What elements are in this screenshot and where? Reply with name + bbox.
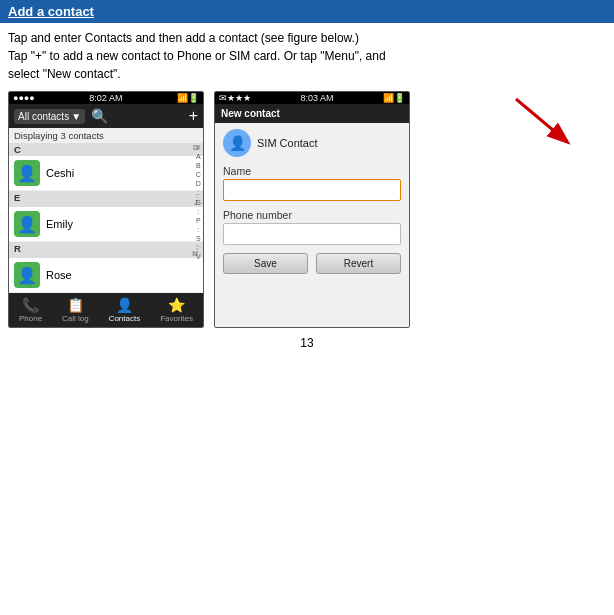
status-right-left-icons: ✉★★★ <box>219 93 251 103</box>
status-bar-left: ●●●● 8:02 AM 📶🔋 <box>9 92 203 104</box>
nav-calllog[interactable]: 📋 Call log <box>62 297 89 323</box>
contact-name-rose: Rose <box>46 269 198 281</box>
svg-line-1 <box>516 99 566 141</box>
all-contacts-dropdown[interactable]: All contacts ▼ <box>14 109 85 124</box>
screenshots-row: ●●●● 8:02 AM 📶🔋 All contacts ▼ 🔍 + Displ… <box>0 87 614 328</box>
body-line1: Tap and enter Contacts and then add a co… <box>8 31 359 45</box>
contacts-count: Displaying 3 contacts <box>9 128 203 143</box>
contacts-icon: 👤 <box>116 297 133 313</box>
status-right-icons: 📶🔋 <box>177 93 199 103</box>
name-input[interactable] <box>223 179 401 201</box>
nc-buttons: Save Revert <box>223 253 401 274</box>
page-title: Add a contact <box>8 4 94 19</box>
status-bar-right: ✉★★★ 8:03 AM 📶🔋 <box>215 92 409 104</box>
contact-ceshi[interactable]: 👤 Ceshi <box>9 156 203 191</box>
chevron-down-icon: ▼ <box>71 111 81 122</box>
contact-name-emily: Emily <box>46 218 198 230</box>
status-time-left: 8:02 AM <box>89 93 122 103</box>
section-c: C D <box>9 143 203 156</box>
body-line3: select "New contact". <box>8 67 121 81</box>
avatar-emily: 👤 <box>14 211 40 237</box>
contacts-screenshot: ●●●● 8:02 AM 📶🔋 All contacts ▼ 🔍 + Displ… <box>8 91 204 328</box>
phone-input[interactable] <box>223 223 401 245</box>
body-text: Tap and enter Contacts and then add a co… <box>0 23 614 87</box>
calllog-icon: 📋 <box>67 297 84 313</box>
status-left-icons: ●●●● <box>13 93 35 103</box>
sim-avatar-icon: 👤 <box>223 129 251 157</box>
add-contact-icon[interactable]: + <box>189 107 198 125</box>
sim-row: 👤 SIM Contact <box>223 129 401 157</box>
nav-phone-label: Phone <box>19 314 42 323</box>
nav-contacts[interactable]: 👤 Contacts <box>109 297 141 323</box>
nav-favorites[interactable]: ⭐ Favorites <box>160 297 193 323</box>
section-r: R :M <box>9 242 203 258</box>
revert-button[interactable]: Revert <box>316 253 401 274</box>
red-arrow <box>514 97 574 147</box>
bottom-nav: 📞 Phone 📋 Call log 👤 Contacts ⭐ Favorite… <box>9 293 203 327</box>
nav-favorites-label: Favorites <box>160 314 193 323</box>
section-e: E :J <box>9 191 203 207</box>
nav-phone[interactable]: 📞 Phone <box>19 297 42 323</box>
new-contact-screenshot: ✉★★★ 8:03 AM 📶🔋 New contact 👤 SIM Contac… <box>214 91 410 328</box>
new-contact-header: New contact <box>215 104 409 123</box>
contacts-toolbar: All contacts ▼ 🔍 + <box>9 104 203 128</box>
favorites-icon: ⭐ <box>168 297 185 313</box>
avatar-ceshi: 👤 <box>14 160 40 186</box>
contacts-list: C D 👤 Ceshi E :J 👤 Emily <box>9 143 203 293</box>
side-index: # A B C D : G : P : S : V <box>196 143 201 261</box>
search-icon[interactable]: 🔍 <box>91 108 108 124</box>
contact-emily[interactable]: 👤 Emily <box>9 207 203 242</box>
phone-icon: 📞 <box>22 297 39 313</box>
new-contact-body: 👤 SIM Contact Name Phone number Save Rev… <box>215 123 409 280</box>
save-button[interactable]: Save <box>223 253 308 274</box>
dropdown-label: All contacts <box>18 111 69 122</box>
contact-name-ceshi: Ceshi <box>46 167 198 179</box>
nav-contacts-label: Contacts <box>109 314 141 323</box>
contact-rose[interactable]: 👤 Rose <box>9 258 203 293</box>
avatar-rose: 👤 <box>14 262 40 288</box>
name-label: Name <box>223 165 401 177</box>
page-number: 13 <box>0 328 614 350</box>
nav-calllog-label: Call log <box>62 314 89 323</box>
status-right-right-icons: 📶🔋 <box>383 93 405 103</box>
page-header: Add a contact <box>0 0 614 23</box>
status-time-right: 8:03 AM <box>300 93 333 103</box>
body-line2: Tap "+" to add a new contact to Phone or… <box>8 49 386 63</box>
phone-label: Phone number <box>223 209 401 221</box>
sim-label: SIM Contact <box>257 137 318 149</box>
